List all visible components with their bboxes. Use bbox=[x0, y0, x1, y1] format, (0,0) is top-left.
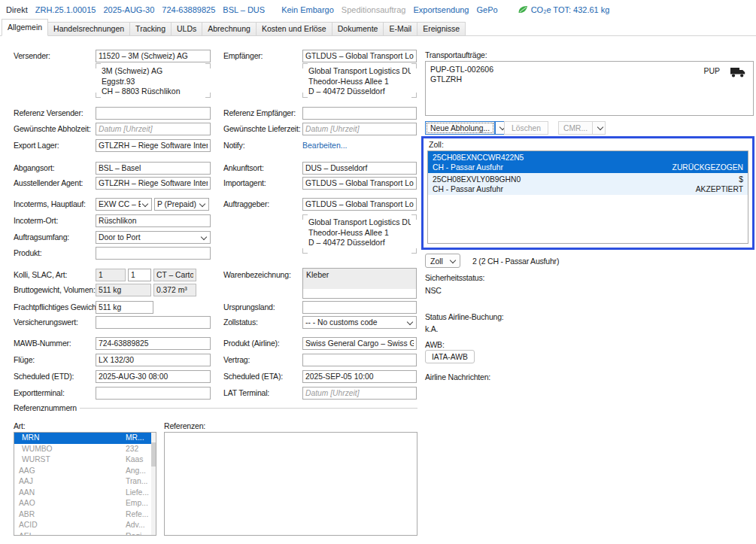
fluege-label: Flüge: bbox=[14, 355, 35, 364]
referenznummern-group-label: Referenznummern bbox=[14, 403, 77, 412]
produkt-airline-input[interactable] bbox=[302, 337, 417, 350]
bruttogewicht-input[interactable] bbox=[96, 284, 151, 296]
zoll-declaration-type: CH - Passar Ausfuhr bbox=[433, 184, 503, 194]
art-desc: Refe... bbox=[126, 509, 148, 521]
volumen-input[interactable] bbox=[153, 284, 196, 296]
cmr-dropdown[interactable] bbox=[593, 121, 606, 135]
zoll-declaration-id: 25CH08EXVLY0B9GHN0 bbox=[433, 175, 521, 184]
exportterminal-input[interactable] bbox=[96, 387, 211, 400]
exportterminal-label: Exportterminal: bbox=[14, 388, 65, 397]
warenbezeichnung-textarea[interactable]: Kleber bbox=[302, 268, 417, 299]
art-list-item[interactable]: AANLiefe... bbox=[14, 488, 151, 499]
art-list-scrollbar[interactable] bbox=[151, 433, 156, 535]
art-code: AAJ bbox=[19, 477, 33, 485]
art-list-item[interactable]: WUMBO232 bbox=[14, 444, 151, 455]
export-lager-input[interactable] bbox=[96, 139, 211, 152]
art-list-item[interactable]: ABRRefe... bbox=[14, 509, 151, 521]
lieferzeit-label: Gewünschte Lieferzeit: bbox=[223, 124, 300, 133]
awb-label: AWB: bbox=[425, 340, 445, 349]
warenbezeichnung-label: Warenbezeichnung: bbox=[223, 270, 291, 279]
packart-input[interactable] bbox=[153, 269, 196, 281]
lieferzeit-input[interactable] bbox=[302, 123, 417, 135]
file-number[interactable]: ZRH.25.1.00015 bbox=[35, 5, 96, 14]
ausstellender-agent-input[interactable] bbox=[96, 177, 211, 190]
slac-input[interactable] bbox=[128, 269, 151, 281]
gepo-link[interactable]: GePo bbox=[476, 5, 497, 14]
referenz-versender-input[interactable] bbox=[96, 107, 211, 120]
leaf-icon bbox=[518, 5, 528, 14]
produkt-input[interactable] bbox=[96, 247, 211, 260]
tab-allgemein[interactable]: Allgemein bbox=[2, 19, 48, 36]
auftragsumfang-select[interactable]: Door to Port bbox=[96, 231, 211, 244]
versender-input[interactable] bbox=[96, 50, 211, 62]
embargo-status[interactable]: Kein Embargo bbox=[281, 5, 334, 14]
zoll-list-item[interactable]: 25CH08EXVLY0B9GHN0$CH - Passar AusfuhrAK… bbox=[428, 173, 748, 195]
art-list-item[interactable]: MRNMR... bbox=[14, 433, 151, 444]
cmr-button[interactable]: CMR... bbox=[558, 121, 606, 135]
tab-dokumente[interactable]: Dokumente bbox=[332, 22, 384, 35]
art-code: AAO bbox=[19, 499, 35, 507]
route[interactable]: BSL – DUS bbox=[223, 5, 265, 14]
scheduled-etd-input[interactable] bbox=[96, 370, 211, 383]
art-desc: 232 bbox=[126, 444, 138, 455]
kolli-input[interactable] bbox=[96, 269, 126, 281]
awb-number[interactable]: 724-63889825 bbox=[162, 5, 215, 14]
empfaenger-label: Empfänger: bbox=[223, 51, 263, 60]
zoll-list[interactable]: 25CH08EXNCCWR422N5CH - Passar AusfuhrZUR… bbox=[427, 150, 748, 244]
importagent-input[interactable] bbox=[302, 177, 417, 190]
ankunftsort-input[interactable] bbox=[302, 162, 417, 175]
abgangsort-input[interactable] bbox=[96, 162, 211, 175]
vertrag-input[interactable] bbox=[302, 354, 417, 366]
referenz-empfaenger-label: Referenz Empfänger: bbox=[223, 108, 296, 117]
notify-label: Notify: bbox=[223, 141, 244, 150]
neue-abholung-button[interactable]: Neue Abholung... bbox=[425, 121, 508, 135]
scrollbar-thumb[interactable] bbox=[151, 442, 156, 467]
zoll-filter-select[interactable]: Zoll bbox=[425, 254, 460, 268]
abholzeit-input[interactable] bbox=[96, 123, 211, 135]
tab-email[interactable]: E-Mail bbox=[383, 22, 417, 35]
tab-tracking[interactable]: Tracking bbox=[129, 22, 172, 35]
referenzen-box[interactable] bbox=[164, 432, 417, 536]
auftraggeber-input[interactable] bbox=[302, 198, 417, 211]
art-list-item[interactable]: ACIDAdv... bbox=[14, 520, 151, 531]
art-list-item[interactable]: AELRegi... bbox=[14, 531, 151, 536]
auftragsumfang-value: Door to Port bbox=[99, 233, 141, 242]
art-list-item[interactable]: AAOEmp... bbox=[14, 498, 151, 509]
iata-awb-button[interactable]: IATA-AWB bbox=[425, 350, 475, 363]
ursprungsland-input[interactable] bbox=[302, 301, 417, 314]
tab-kosten-und-erloese[interactable]: Kosten und Erlöse bbox=[256, 22, 332, 35]
abgangsort-label: Abgangsort: bbox=[14, 163, 54, 172]
exportsendung-link[interactable]: Exportsendung bbox=[413, 5, 469, 14]
incoterm-ort-input[interactable] bbox=[96, 214, 211, 227]
tab-handelsrechnungen[interactable]: Handelsrechnungen bbox=[47, 22, 130, 35]
referenz-empfaenger-input[interactable] bbox=[302, 107, 417, 120]
status-airline-buchung-value: k.A. bbox=[425, 324, 438, 333]
zoll-list-item[interactable]: 25CH08EXNCCWR422N5CH - Passar AusfuhrZUR… bbox=[428, 151, 748, 173]
lat-terminal-input[interactable] bbox=[302, 387, 417, 400]
zollstatus-select[interactable]: -- - No customs code bbox=[302, 316, 417, 329]
art-list-item[interactable]: AAJTran... bbox=[14, 476, 151, 488]
ankunftsort-label: Ankunftsort: bbox=[223, 163, 264, 172]
tab-abrechnung[interactable]: Abrechnung bbox=[202, 22, 257, 35]
notify-bearbeiten-link[interactable]: Bearbeiten... bbox=[302, 141, 348, 150]
payment-select[interactable]: P (Prepaid) bbox=[154, 198, 209, 211]
transportauftraege-list[interactable]: PUP-GTL-002606 GTLZRH PUP bbox=[425, 61, 754, 116]
versicherungswert-input[interactable] bbox=[96, 316, 211, 329]
empfaenger-input[interactable] bbox=[302, 50, 417, 62]
tab-ereignisse[interactable]: Ereignisse bbox=[417, 22, 466, 35]
mawb-nummer-input[interactable] bbox=[96, 337, 211, 350]
address-line: Global Transport Logistics DUS Gm... bbox=[308, 217, 411, 228]
tab-ulds[interactable]: ULDs bbox=[171, 22, 202, 35]
loeschen-button[interactable]: Löschen bbox=[504, 121, 548, 135]
frachtpflichtiges-gewicht-input[interactable] bbox=[96, 301, 153, 314]
scheduled-eta-input[interactable] bbox=[302, 370, 417, 383]
art-list-item[interactable]: AAGAng... bbox=[14, 466, 151, 477]
art-list-item[interactable]: WURSTKaas bbox=[14, 454, 151, 466]
shipment-date[interactable]: 2025-AUG-30 bbox=[103, 5, 154, 14]
cmr-label: CMR... bbox=[558, 121, 593, 135]
zoll-status: ZURÜCKGEZOGEN bbox=[673, 163, 743, 172]
fluege-input[interactable] bbox=[96, 354, 211, 366]
incoterms-select[interactable]: EXW CC – Ex ... bbox=[96, 198, 152, 211]
address-line: Theodor-Heuss Allee 1 bbox=[308, 228, 411, 239]
address-line: Eggstr.93 bbox=[102, 77, 205, 87]
